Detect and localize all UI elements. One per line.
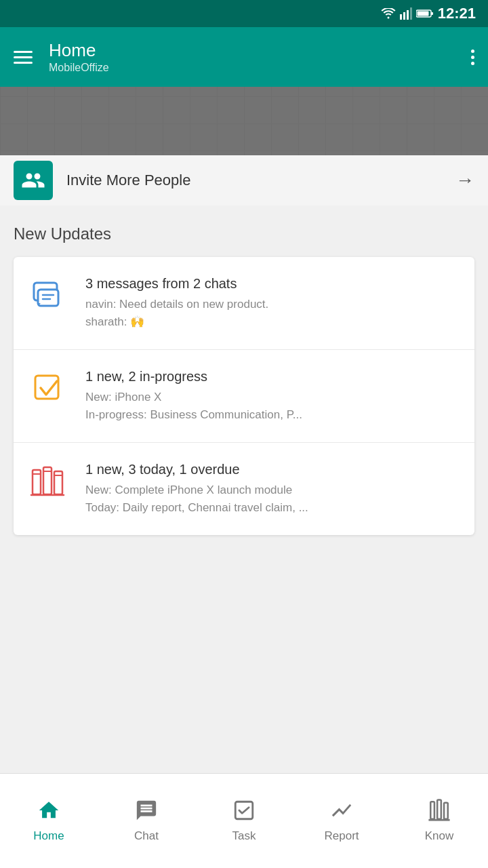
know-nav-label: Know [425,829,454,843]
home-nav-label: Home [33,829,64,843]
header-title: Home [49,40,109,61]
invite-arrow-icon: → [455,170,474,191]
new-updates-title: New Updates [14,224,474,243]
task-update-icon [30,369,70,410]
nav-know[interactable]: Know [390,774,488,868]
signal-icon [400,7,412,20]
nav-home[interactable]: Home [0,774,98,868]
report-nav-label: Report [324,829,359,843]
header-left: Home MobileOffize [14,40,109,73]
report-nav-icon [330,799,353,825]
task-update-detail2: In-progress: Business Communication, P..… [85,406,458,424]
chat-update-detail1: navin: Need details on new product. [85,296,458,313]
books-icon [30,463,70,501]
chat-update-item[interactable]: 3 messages from 2 chats navin: Need deta… [14,257,474,349]
task-update-detail1: New: iPhone X [85,389,458,406]
task-update-title: 1 new, 2 in-progress [85,369,458,384]
know-nav-icon [428,799,451,825]
svg-rect-1 [403,12,405,20]
know-update-icon [30,462,70,502]
chat-update-title: 3 messages from 2 chats [85,276,458,292]
chat-update-detail2: sharath: 🙌 [85,313,458,331]
svg-rect-3 [410,7,412,20]
status-time: 12:21 [438,5,476,22]
know-update-detail2: Today: Daily report, Chennai travel clai… [85,499,458,517]
invite-bar[interactable]: Invite More People → [0,155,488,205]
header-title-area: Home MobileOffize [49,40,109,73]
chat-update-text: 3 messages from 2 chats navin: Need deta… [85,276,458,330]
wifi-icon [381,8,396,19]
status-bar: 12:21 [0,0,488,27]
status-icons: 12:21 [381,5,476,22]
know-update-detail1: New: Complete iPhone X launch module [85,481,458,499]
more-options-button[interactable] [471,50,474,65]
header: Home MobileOffize [0,27,488,87]
main-content: New Updates 3 messages from 2 chats navi… [0,205,488,657]
know-update-item[interactable]: 1 new, 3 today, 1 overdue New: Complete … [14,442,474,535]
task-nav-label: Task [232,829,256,843]
nav-chat[interactable]: Chat [98,774,195,868]
task-check-icon [31,370,69,408]
chat-nav-icon [135,799,158,825]
nav-task[interactable]: Task [195,774,293,868]
know-update-title: 1 new, 3 today, 1 overdue [85,462,458,477]
task-update-text: 1 new, 2 in-progress New: iPhone X In-pr… [85,369,458,423]
svg-rect-20 [430,802,434,819]
chat-bubble-icon [31,277,69,315]
task-update-item[interactable]: 1 new, 2 in-progress New: iPhone X In-pr… [14,349,474,442]
task-nav-icon [232,799,256,825]
hamburger-menu[interactable] [14,51,33,64]
home-nav-icon [37,799,60,825]
svg-rect-0 [400,14,402,20]
svg-rect-21 [437,800,441,818]
header-subtitle: MobileOffize [49,62,109,74]
invite-icon-box [14,161,53,200]
battery-icon [416,9,434,18]
svg-rect-5 [431,12,433,15]
banner: Invite More People → [0,87,488,205]
chat-nav-label: Chat [134,829,159,843]
invite-text: Invite More People [66,172,442,189]
svg-rect-6 [417,12,428,16]
nav-report[interactable]: Report [293,774,390,868]
updates-card: 3 messages from 2 chats navin: Need deta… [14,257,474,535]
svg-rect-2 [407,10,409,20]
bottom-nav: Home Chat Task Report [0,773,488,868]
invite-people-icon [21,168,45,193]
know-update-text: 1 new, 3 today, 1 overdue New: Complete … [85,462,458,516]
svg-rect-8 [38,290,58,306]
svg-rect-22 [444,803,448,819]
chat-update-icon [30,276,70,317]
